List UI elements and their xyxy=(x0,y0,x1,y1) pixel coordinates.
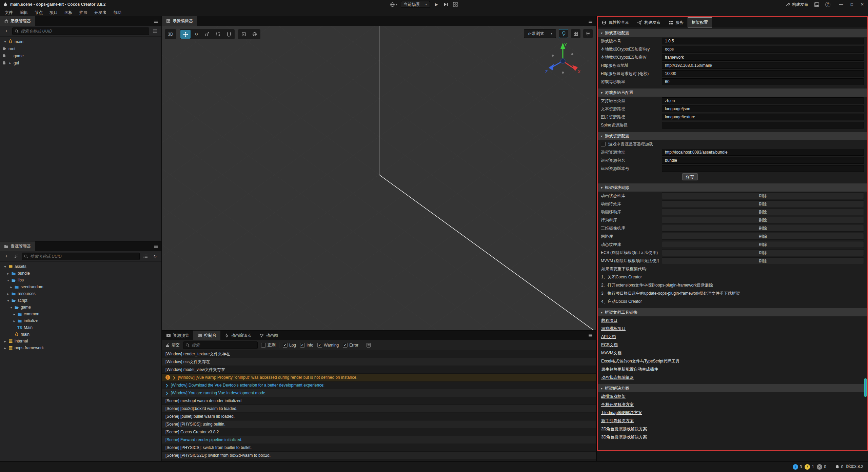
view-mode-select[interactable]: 正常浏览 ▾ xyxy=(524,29,556,38)
config-input[interactable] xyxy=(662,38,864,44)
doc-link[interactable]: 全栈开发解决方案 xyxy=(601,402,634,408)
doc-link[interactable]: 新手引导解决方案 xyxy=(601,418,634,424)
doc-link[interactable]: 教程项目 xyxy=(601,318,617,323)
tree-row[interactable]: ▾assets xyxy=(0,263,161,270)
tree-row[interactable]: ▸seedrandom xyxy=(0,283,161,290)
regex-checkbox[interactable]: 正则 xyxy=(261,342,276,348)
remote-load-checkbox[interactable] xyxy=(601,142,606,146)
add-node-button[interactable]: + xyxy=(3,27,10,35)
minimize-button[interactable]: — xyxy=(839,2,843,7)
remove-module-button[interactable]: 剔除 xyxy=(662,249,864,256)
log-row[interactable]: [Window] model_view文件夹存在 xyxy=(162,366,596,374)
console-search-input[interactable] xyxy=(192,343,255,348)
chevron-down-icon[interactable]: ▾ xyxy=(9,306,14,309)
console-tab[interactable]: 动画图 xyxy=(255,331,282,340)
lock-icon[interactable] xyxy=(2,61,6,65)
section-header[interactable]: ▾框架文档工具链接 xyxy=(598,308,867,316)
move-tool-button[interactable] xyxy=(180,30,191,39)
menu-item[interactable]: 面板 xyxy=(61,9,76,16)
tree-row[interactable]: ▾game xyxy=(0,304,161,311)
chevron-right-icon[interactable]: ▸ xyxy=(3,339,7,343)
filter-error-checkbox[interactable]: ✓Error xyxy=(343,343,358,348)
log-row[interactable]: [Scene] [PHYSICS]: using builtin. xyxy=(162,420,596,428)
tree-row[interactable]: ▸internal xyxy=(0,338,161,345)
axis-gizmo[interactable]: Y X Z xyxy=(542,40,583,81)
config-input[interactable] xyxy=(662,114,864,120)
assets-filter-icon[interactable] xyxy=(142,253,149,260)
section-header[interactable]: ▾框架解决方案 xyxy=(598,384,867,392)
menu-item[interactable]: 项目 xyxy=(46,9,61,16)
config-input[interactable] xyxy=(662,62,864,69)
config-input[interactable] xyxy=(662,97,864,104)
scene-menu-icon[interactable] xyxy=(585,16,596,26)
tree-row[interactable]: ▸bundle xyxy=(0,270,161,277)
tree-row[interactable]: game xyxy=(0,52,161,59)
menu-item[interactable]: 编辑 xyxy=(16,9,31,16)
remove-module-button[interactable]: 剔除 xyxy=(662,233,864,240)
clear-console-button[interactable]: 清空 xyxy=(165,342,180,348)
save-button[interactable]: 保存 xyxy=(682,173,698,180)
inspector-tab[interactable]: 框架配置 xyxy=(688,17,712,27)
menu-item[interactable]: 帮助 xyxy=(110,9,125,16)
remove-module-button[interactable]: 剔除 xyxy=(662,209,864,215)
config-input[interactable] xyxy=(662,122,864,129)
tree-row[interactable]: ▾main xyxy=(0,38,161,45)
light-toggle-button[interactable] xyxy=(559,29,568,38)
log-row[interactable]: !❯[Window] [Vue warn]: Property "onInput… xyxy=(162,374,596,381)
doc-link[interactable]: 动画状态机编辑器 xyxy=(601,375,634,380)
tree-row[interactable]: TSMain xyxy=(0,324,161,331)
log-row[interactable]: [Scene] [box2d]:box2d wasm lib loaded. xyxy=(162,405,596,413)
chevron-right-icon[interactable]: ▸ xyxy=(3,346,7,350)
log-row[interactable]: ❯[Window] Download the Vue Devtools exte… xyxy=(162,381,596,389)
doc-link[interactable]: API文档 xyxy=(601,334,616,340)
close-button[interactable]: ✕ xyxy=(861,2,864,7)
chevron-down-icon[interactable]: ▾ xyxy=(6,278,11,282)
console-menu-icon[interactable] xyxy=(585,331,596,340)
config-input[interactable] xyxy=(662,46,864,53)
chevron-right-icon[interactable]: ▸ xyxy=(9,285,14,289)
remove-module-button[interactable]: 剔除 xyxy=(662,257,864,264)
doc-link[interactable]: 战棋游戏框架 xyxy=(601,394,626,399)
tree-row[interactable]: ▾libs xyxy=(0,277,161,283)
chevron-down-icon[interactable]: ▾ xyxy=(3,40,7,43)
lock-icon[interactable] xyxy=(2,46,6,51)
build-publish-button[interactable]: 构建发布 xyxy=(785,2,808,7)
doc-link[interactable]: 游戏模板项目 xyxy=(601,326,626,332)
doc-link[interactable]: 原生包热更新配置自动生成插件 xyxy=(601,367,658,372)
step-button[interactable] xyxy=(443,1,449,8)
menu-item[interactable]: 文件 xyxy=(1,9,16,16)
remove-module-button[interactable]: 剔除 xyxy=(662,192,864,199)
maximize-button[interactable]: □ xyxy=(851,2,853,7)
remove-module-button[interactable]: 剔除 xyxy=(662,225,864,232)
section-header[interactable]: ▾游戏基础配置 xyxy=(598,29,867,37)
tab-hierarchy[interactable]: 层级管理器 xyxy=(0,16,35,26)
doc-link[interactable]: ECS文档 xyxy=(601,342,618,348)
config-input[interactable] xyxy=(662,105,864,112)
play-button[interactable]: ▶ xyxy=(433,1,439,8)
doc-link[interactable]: Excel格式转Json文件与TypeScript代码工具 xyxy=(601,358,679,364)
log-row[interactable]: [Scene] meshopt wasm decoder initialized xyxy=(162,397,596,405)
menu-item[interactable]: 扩展 xyxy=(76,9,91,16)
doc-link[interactable]: 2D角色扮演游戏解决方案 xyxy=(601,426,647,432)
log-row[interactable]: [Scene] [PHYSICS2D]: switch from box2d-w… xyxy=(162,452,596,459)
section-header[interactable]: ▾框架模块剔除 xyxy=(598,183,867,192)
filter-log-checkbox[interactable]: ✓Log xyxy=(283,343,296,348)
log-row[interactable]: ❯[Window] You are running Vue in develop… xyxy=(162,389,596,397)
doc-link[interactable]: Tiledmap地图解决方案 xyxy=(601,410,642,416)
config-input[interactable] xyxy=(662,70,864,77)
expand-chevron-icon[interactable]: ❯ xyxy=(165,391,168,395)
chevron-right-icon[interactable]: ▸ xyxy=(6,272,11,275)
tree-row[interactable]: ▸resources xyxy=(0,290,161,297)
console-tab[interactable]: 动画编辑器 xyxy=(220,331,255,340)
expand-chevron-icon[interactable]: ❯ xyxy=(165,383,168,387)
tree-row[interactable]: ▸common xyxy=(0,311,161,317)
config-input[interactable] xyxy=(662,149,864,156)
scale-tool-button[interactable] xyxy=(202,30,212,39)
tree-row[interactable]: ▾root xyxy=(0,45,161,52)
tree-row[interactable]: ▾script xyxy=(0,297,161,304)
remove-module-button[interactable]: 剔除 xyxy=(662,200,864,207)
chevron-right-icon[interactable]: ▸ xyxy=(6,292,11,296)
gizmo-settings-button[interactable] xyxy=(571,29,580,38)
coordinate-space-button[interactable] xyxy=(250,30,260,39)
assets-menu-icon[interactable] xyxy=(150,241,161,251)
